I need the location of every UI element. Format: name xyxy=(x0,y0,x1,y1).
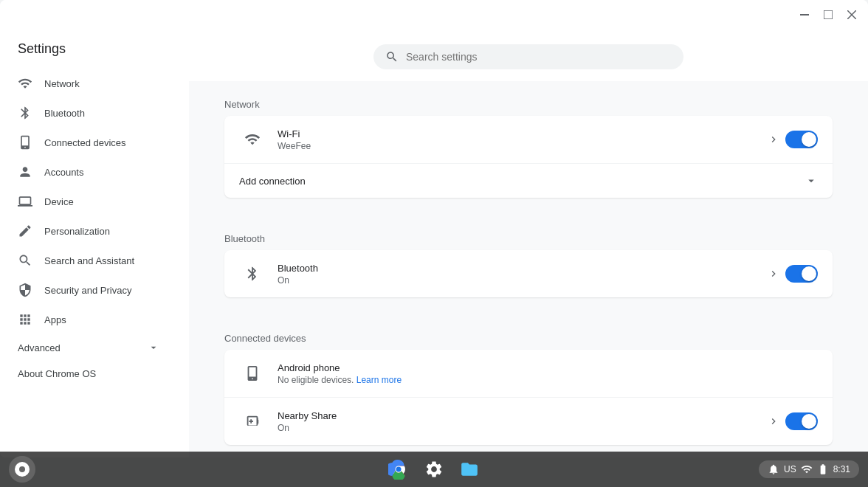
wifi-toggle[interactable] xyxy=(785,131,818,148)
security-privacy-icon xyxy=(18,283,32,297)
launcher-button[interactable] xyxy=(9,456,35,483)
nearby-share-chevron-icon xyxy=(768,415,779,427)
wifi-status-icon xyxy=(801,463,813,475)
launcher-icon xyxy=(15,462,30,477)
sidebar-item-search-assistant-label: Search and Assistant xyxy=(44,255,134,266)
add-connection-label: Add connection xyxy=(239,176,306,187)
app-title: Settings xyxy=(0,30,189,69)
launcher-dot xyxy=(19,466,25,472)
title-bar xyxy=(0,0,868,30)
sidebar-item-personalization[interactable]: Personalization xyxy=(0,216,177,246)
search-bar xyxy=(373,44,683,69)
bluetooth-toggle[interactable] xyxy=(785,265,818,283)
search-icon xyxy=(385,50,399,63)
bluetooth-icon xyxy=(18,106,32,120)
chrome-svg xyxy=(388,459,409,480)
add-connection-chevron-icon xyxy=(805,174,818,187)
clock-label: 8:31 xyxy=(833,464,850,474)
android-phone-learn-more-link[interactable]: Learn more xyxy=(356,375,402,385)
bluetooth-actions xyxy=(768,265,818,283)
connected-devices-section-title: Connected devices xyxy=(224,333,833,344)
bluetooth-subtitle: On xyxy=(278,275,768,286)
sidebar-item-advanced[interactable]: Advanced xyxy=(0,334,177,361)
sidebar-about-label: About Chrome OS xyxy=(18,368,96,379)
add-connection-row[interactable]: Add connection xyxy=(224,164,833,198)
personalization-icon xyxy=(18,224,32,238)
bluetooth-row[interactable]: Bluetooth On xyxy=(224,250,833,297)
android-phone-row[interactable]: Android phone No eligible devices. Learn… xyxy=(224,350,833,398)
files-svg xyxy=(460,460,479,479)
sidebar-item-device-label: Device xyxy=(44,196,74,207)
sidebar-item-security-privacy[interactable]: Security and Privacy xyxy=(0,275,177,305)
wifi-row-icon xyxy=(239,126,266,153)
connected-devices-section: Connected devices Android phone No eligi… xyxy=(189,315,868,445)
accounts-icon xyxy=(18,165,32,179)
taskbar: US 8:31 xyxy=(0,452,868,487)
connected-devices-icon xyxy=(18,135,32,150)
sidebar-item-device[interactable]: Device xyxy=(0,187,177,216)
search-input[interactable] xyxy=(406,51,672,63)
network-card: Wi-Fi WeeFee Add connection xyxy=(224,116,833,198)
content-area: Settings Network Bluetooth Con xyxy=(0,30,868,457)
device-icon xyxy=(18,194,32,209)
sidebar-item-accounts-label: Accounts xyxy=(44,167,83,178)
sidebar-item-apps-label: Apps xyxy=(44,314,66,325)
android-phone-subtitle-text: No eligible devices. xyxy=(278,375,354,385)
bluetooth-chevron-icon xyxy=(768,268,779,280)
taskbar-files-icon[interactable] xyxy=(455,455,484,484)
bluetooth-row-text: Bluetooth On xyxy=(278,263,768,286)
nearby-share-row[interactable]: Nearby Share On xyxy=(224,398,833,445)
wifi-icon xyxy=(18,76,32,91)
minimize-button[interactable] xyxy=(794,4,815,25)
status-notification-icon xyxy=(768,463,779,475)
network-section: Network Wi-Fi WeeFee xyxy=(189,81,868,198)
settings-window: Settings Network Bluetooth Con xyxy=(0,0,868,457)
status-pill[interactable]: US 8:31 xyxy=(759,460,859,478)
sidebar-item-bluetooth[interactable]: Bluetooth xyxy=(0,98,177,128)
settings-gear-svg xyxy=(424,460,444,479)
nearby-share-actions xyxy=(768,412,818,430)
taskbar-right: US 8:31 xyxy=(759,460,859,478)
search-bar-container xyxy=(189,30,868,81)
sidebar-item-apps[interactable]: Apps xyxy=(0,305,177,334)
nearby-share-icon xyxy=(239,408,266,435)
wifi-row[interactable]: Wi-Fi WeeFee xyxy=(224,116,833,164)
locale-label: US xyxy=(784,464,796,474)
android-phone-subtitle: No eligible devices. Learn more xyxy=(278,375,818,385)
taskbar-chrome-icon[interactable] xyxy=(384,455,413,484)
maximize-button[interactable] xyxy=(818,4,838,25)
network-section-title: Network xyxy=(224,99,833,110)
nearby-share-subtitle: On xyxy=(278,423,768,433)
sidebar-item-network-label: Network xyxy=(44,78,80,89)
wifi-chevron-icon xyxy=(768,134,779,145)
nearby-share-text: Nearby Share On xyxy=(278,410,768,433)
sidebar-item-bluetooth-label: Bluetooth xyxy=(44,108,85,119)
android-phone-icon xyxy=(239,360,266,387)
nearby-share-title: Nearby Share xyxy=(278,410,768,421)
svg-rect-1 xyxy=(824,10,833,19)
nearby-share-toggle[interactable] xyxy=(785,412,818,430)
bluetooth-row-icon xyxy=(239,260,266,287)
sidebar-item-connected-devices[interactable]: Connected devices xyxy=(0,128,177,157)
taskbar-left xyxy=(9,456,38,483)
svg-rect-0 xyxy=(800,14,809,15)
android-phone-text: Android phone No eligible devices. Learn… xyxy=(278,362,818,385)
sidebar-item-network[interactable]: Network xyxy=(0,69,177,98)
sidebar-item-accounts[interactable]: Accounts xyxy=(0,157,177,187)
bluetooth-title: Bluetooth xyxy=(278,263,768,274)
taskbar-settings-icon[interactable] xyxy=(419,455,449,484)
advanced-chevron-icon xyxy=(148,342,159,353)
wifi-subtitle: WeeFee xyxy=(278,141,768,151)
sidebar-item-search-assistant[interactable]: Search and Assistant xyxy=(0,246,177,275)
connected-devices-card: Android phone No eligible devices. Learn… xyxy=(224,350,833,445)
sidebar-item-about[interactable]: About Chrome OS xyxy=(0,361,189,387)
close-button[interactable] xyxy=(841,4,862,25)
sidebar: Settings Network Bluetooth Con xyxy=(0,30,189,457)
main-content: Network Wi-Fi WeeFee xyxy=(189,30,868,457)
sidebar-item-connected-devices-label: Connected devices xyxy=(44,137,126,148)
android-phone-title: Android phone xyxy=(278,362,818,373)
bluetooth-card: Bluetooth On xyxy=(224,250,833,297)
sidebar-item-personalization-label: Personalization xyxy=(44,226,110,237)
sidebar-item-security-privacy-label: Security and Privacy xyxy=(44,285,132,296)
bluetooth-section: Bluetooth Bluetooth On xyxy=(189,215,868,297)
